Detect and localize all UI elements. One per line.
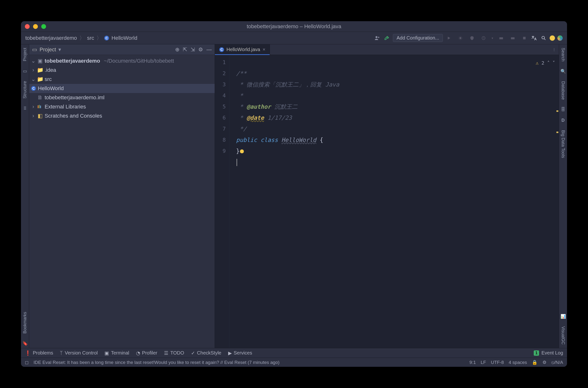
bottom-tool-bar: ❗ Problems ᛘ Version Control ▣ Terminal … bbox=[21, 348, 567, 358]
code-token: /** bbox=[236, 70, 247, 77]
big-data-tool-button[interactable]: Big Data Tools bbox=[561, 129, 565, 160]
run-icon[interactable] bbox=[445, 34, 453, 42]
tree-ext-libs[interactable]: › External Libraries bbox=[29, 102, 215, 111]
project-panel-header: ▭ Project ▾ ⊕ ⇱ ⇲ ⚙ — bbox=[29, 44, 215, 55]
bookmarks-tool-icon[interactable]: 🔖 bbox=[23, 341, 28, 346]
status-encoding[interactable]: UTF-8 bbox=[491, 360, 504, 365]
window-title: tobebetterjavaerdemo – HelloWorld.java bbox=[21, 23, 567, 30]
coverage-icon[interactable] bbox=[468, 34, 476, 42]
folder-icon: 📁 bbox=[37, 68, 43, 73]
tree-idea-dir[interactable]: › 📁 .idea bbox=[29, 66, 215, 75]
terminal-button[interactable]: ▣ Terminal bbox=[104, 350, 129, 356]
event-log-button[interactable]: Event Log bbox=[541, 350, 563, 356]
code-token: */ bbox=[236, 125, 247, 132]
tree-class-helloworld[interactable]: C HelloWorld bbox=[29, 84, 215, 93]
select-opened-icon[interactable]: ⊕ bbox=[175, 47, 179, 53]
collapse-all-icon[interactable]: ⇲ bbox=[191, 47, 195, 53]
debug-icon[interactable] bbox=[457, 34, 464, 42]
editor-body[interactable]: 1 2 3 4 5 6 7 8 9 /** * 微信搜索「沉默王二」，回复 Ja… bbox=[215, 55, 559, 348]
project-tool-button[interactable]: Project bbox=[23, 46, 27, 63]
gear-icon[interactable]: ⚙ bbox=[198, 47, 203, 53]
search-tool-button[interactable]: Search bbox=[561, 46, 565, 63]
tree-iml-file[interactable]: 🗎 tobebetterjavaerdemo.iml bbox=[29, 93, 215, 102]
minimize-icon[interactable] bbox=[33, 24, 38, 29]
checkstyle-button[interactable]: ✓ CheckStyle bbox=[191, 350, 221, 356]
chevron-down-icon[interactable]: ⌄ bbox=[31, 76, 35, 82]
tree-root[interactable]: ⌄ ▣ tobebetterjavaerdemo ~/Documents/Git… bbox=[29, 56, 215, 66]
status-line-sep[interactable]: LF bbox=[481, 360, 486, 365]
project-tool-icon[interactable]: ▭ bbox=[23, 69, 27, 74]
status-message[interactable]: IDE Eval Reset: It has been a long time … bbox=[33, 360, 280, 365]
todo-button[interactable]: ☰ TODO bbox=[164, 350, 184, 356]
project-panel-title[interactable]: Project bbox=[40, 47, 56, 53]
left-tool-rail: Project ▭ Structure ⠿ Bookmarks 🔖 bbox=[21, 44, 29, 348]
breadcrumb-project[interactable]: tobebetterjavaerdemo bbox=[25, 35, 77, 41]
problems-button[interactable]: ❗ Problems bbox=[25, 350, 53, 356]
visualgc-tool-icon[interactable]: 📊 bbox=[561, 314, 566, 319]
chevron-right-icon: 〉 bbox=[79, 34, 85, 42]
project-icon: ▣ bbox=[37, 58, 43, 64]
project-tree[interactable]: ⌄ ▣ tobebetterjavaerdemo ~/Documents/Git… bbox=[29, 55, 215, 348]
profiler-button[interactable]: ◔ Profiler bbox=[136, 350, 157, 356]
lock-icon[interactable]: 🔒 bbox=[532, 360, 537, 365]
attach-icon[interactable] bbox=[498, 34, 505, 42]
structure-tool-button[interactable]: Structure bbox=[23, 79, 27, 100]
breadcrumb-file[interactable]: HelloWorld bbox=[111, 35, 137, 41]
svg-point-6 bbox=[542, 36, 545, 39]
add-configuration-button[interactable]: Add Configuration... bbox=[393, 34, 443, 42]
database-tool-icon[interactable]: 🗄 bbox=[561, 107, 565, 112]
attach2-icon[interactable] bbox=[509, 34, 516, 42]
profile-icon[interactable] bbox=[480, 34, 487, 42]
database-tool-button[interactable]: Database bbox=[561, 80, 565, 101]
notification-icon[interactable] bbox=[550, 35, 555, 41]
chevron-down-icon[interactable]: ▾ bbox=[58, 47, 61, 53]
status-indent[interactable]: 4 spaces bbox=[509, 360, 527, 365]
tab-more-icon[interactable]: ⋮ bbox=[549, 44, 559, 55]
breadcrumb-folder[interactable]: src bbox=[87, 35, 94, 41]
prev-highlight-icon[interactable]: ˄ bbox=[547, 57, 550, 69]
chevron-right-icon[interactable]: › bbox=[31, 113, 35, 119]
status-position[interactable]: 9:1 bbox=[470, 360, 476, 365]
code-token: @date bbox=[247, 115, 264, 121]
tree-scratches[interactable]: › ◧ Scratches and Consoles bbox=[29, 111, 215, 121]
code-area[interactable]: /** * 微信搜索「沉默王二」，回复 Java * * @author 沉默王… bbox=[229, 55, 559, 348]
breadcrumb: tobebetterjavaerdemo 〉 src 〉 C HelloWorl… bbox=[25, 34, 137, 42]
visualgc-tool-button[interactable]: VisualGC bbox=[561, 325, 565, 346]
code-token: HelloWorld bbox=[281, 137, 316, 143]
error-stripe-mark[interactable] bbox=[556, 132, 558, 133]
show-tool-windows-icon[interactable]: ◻ bbox=[25, 360, 29, 365]
line-number: 6 bbox=[215, 112, 226, 123]
close-tab-icon[interactable]: × bbox=[263, 47, 266, 52]
translate-icon[interactable] bbox=[530, 34, 537, 42]
line-number: 9 bbox=[215, 146, 226, 157]
error-stripe-mark[interactable] bbox=[556, 110, 558, 112]
tree-src-dir[interactable]: ⌄ 📁 src bbox=[29, 75, 215, 84]
tree-label: src bbox=[45, 76, 51, 82]
vcs-button[interactable]: ᛘ Version Control bbox=[60, 350, 98, 356]
maximize-icon[interactable] bbox=[41, 24, 46, 29]
structure-tool-icon[interactable]: ⠿ bbox=[23, 106, 26, 111]
avatar-plus-icon[interactable] bbox=[374, 34, 381, 42]
status-readonly[interactable]: ⦸/N/A bbox=[551, 360, 563, 365]
inspection-widget[interactable]: ⚠ 2 ˄ ˅ bbox=[536, 57, 555, 69]
chevron-right-icon[interactable]: › bbox=[31, 67, 35, 73]
svg-rect-5 bbox=[523, 37, 526, 39]
hammer-icon[interactable] bbox=[383, 34, 390, 42]
close-icon[interactable] bbox=[25, 24, 30, 29]
next-highlight-icon[interactable]: ˅ bbox=[553, 57, 555, 69]
bookmarks-tool-button[interactable]: Bookmarks bbox=[23, 310, 27, 335]
search-icon[interactable] bbox=[540, 34, 547, 42]
chevron-down-icon[interactable]: ⌄ bbox=[31, 58, 35, 64]
intention-bulb-icon[interactable] bbox=[240, 149, 244, 153]
services-button[interactable]: ▶ Services bbox=[228, 350, 252, 356]
expand-all-icon[interactable]: ⇱ bbox=[183, 47, 187, 53]
chevron-down-icon[interactable]: ▾ bbox=[491, 36, 493, 40]
search-tool-icon[interactable]: 🔍 bbox=[561, 69, 566, 74]
space-icon[interactable] bbox=[557, 35, 563, 41]
chevron-right-icon[interactable]: › bbox=[31, 104, 35, 110]
stop-icon[interactable] bbox=[521, 34, 528, 42]
tab-helloworld[interactable]: C HelloWorld.java × bbox=[215, 44, 270, 55]
d-label[interactable]: D bbox=[562, 118, 565, 123]
ide-status-icon[interactable]: ⚙ bbox=[542, 360, 546, 365]
hide-icon[interactable]: — bbox=[206, 47, 212, 53]
